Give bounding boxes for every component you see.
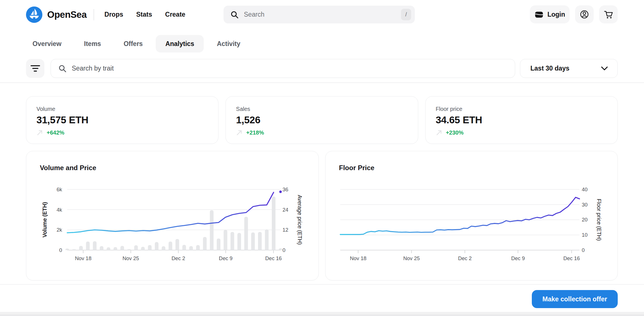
trait-search[interactable] xyxy=(51,59,515,78)
stat-value: 34.65 ETH xyxy=(436,114,607,126)
search-input[interactable] xyxy=(243,10,401,19)
tab-activity[interactable]: Activity xyxy=(217,40,240,48)
svg-text:Volume (ETH): Volume (ETH) xyxy=(42,202,48,238)
chart-title: Volume and Price xyxy=(40,164,96,172)
search-icon xyxy=(58,64,67,73)
stat-label: Sales xyxy=(236,106,407,112)
svg-text:Nov 18: Nov 18 xyxy=(75,255,92,261)
svg-text:6k: 6k xyxy=(57,186,62,192)
cart-button[interactable] xyxy=(599,5,618,23)
svg-text:Nov 25: Nov 25 xyxy=(403,255,420,261)
section-divider xyxy=(0,82,644,83)
time-range-value: Last 30 days xyxy=(530,65,601,72)
stat-label: Volume xyxy=(36,106,208,112)
svg-text:0: 0 xyxy=(59,247,62,253)
filter-lines-icon xyxy=(31,65,40,73)
tab-analytics[interactable]: Analytics xyxy=(156,35,204,52)
stat-change: +230% xyxy=(436,130,607,136)
svg-text:Dec 2: Dec 2 xyxy=(172,255,185,261)
bottom-strip xyxy=(0,312,644,316)
svg-text:Floor price (ETH): Floor price (ETH) xyxy=(596,199,602,241)
charts-row: 012243602k4k6kNov 18Nov 25Dec 2Dec 9Dec … xyxy=(26,151,618,280)
collection-tabs: Overview Items Offers Analytics Activity xyxy=(32,35,240,52)
user-circle-icon xyxy=(579,9,589,19)
svg-text:4k: 4k xyxy=(57,207,62,213)
arrow-up-right-icon xyxy=(36,130,43,136)
time-range-dropdown[interactable]: Last 30 days xyxy=(520,59,618,78)
tab-items[interactable]: Items xyxy=(84,40,101,48)
arrow-up-right-icon xyxy=(236,130,242,136)
filter-button[interactable] xyxy=(26,59,44,78)
svg-text:Dec 9: Dec 9 xyxy=(219,255,233,261)
svg-text:36: 36 xyxy=(283,186,289,192)
stat-change: +218% xyxy=(236,130,407,136)
stat-value: 31,575 ETH xyxy=(36,114,208,126)
wallet-icon xyxy=(534,10,544,19)
tab-offers[interactable]: Offers xyxy=(123,40,143,48)
global-search[interactable]: / xyxy=(224,6,415,23)
search-shortcut-key: / xyxy=(401,9,411,20)
svg-text:0: 0 xyxy=(582,247,584,253)
account-button[interactable] xyxy=(575,5,594,23)
svg-text:12: 12 xyxy=(283,227,289,233)
stat-change-pct: +642% xyxy=(47,130,64,136)
main-nav: Drops Stats Create xyxy=(105,11,185,18)
stat-change-pct: +218% xyxy=(246,130,264,136)
stat-label: Floor price xyxy=(436,106,607,112)
login-label: Login xyxy=(547,11,565,18)
header-actions: Login xyxy=(530,5,618,23)
volume-stat-card: Volume 31,575 ETH +642% xyxy=(26,96,218,144)
header-divider xyxy=(94,9,94,20)
arrow-up-right-icon xyxy=(436,130,442,136)
svg-text:Nov 25: Nov 25 xyxy=(122,255,139,261)
make-collection-offer-button[interactable]: Make collection offer xyxy=(532,290,618,308)
nav-link-stats[interactable]: Stats xyxy=(136,11,152,18)
stat-value: 1,526 xyxy=(236,114,407,126)
chevron-down-icon xyxy=(601,66,608,71)
svg-text:40: 40 xyxy=(582,186,587,192)
floor-price-chart-card: 010203040Nov 18Nov 25Dec 2Dec 9Dec 16Flo… xyxy=(325,151,618,280)
svg-text:Dec 2: Dec 2 xyxy=(458,255,471,261)
svg-text:30: 30 xyxy=(582,202,587,208)
shopping-cart-icon xyxy=(603,9,614,20)
footer-divider xyxy=(0,284,644,285)
top-nav: OpenSea Drops Stats Create / Login xyxy=(0,0,644,29)
trait-search-input[interactable] xyxy=(71,64,515,73)
svg-text:20: 20 xyxy=(582,217,587,223)
stat-change-pct: +230% xyxy=(446,130,464,136)
svg-text:Nov 18: Nov 18 xyxy=(350,255,367,261)
stats-row: Volume 31,575 ETH +642% Sales 1,526 +218… xyxy=(26,96,618,144)
chart-title: Floor Price xyxy=(339,164,374,172)
nav-link-drops[interactable]: Drops xyxy=(105,11,123,18)
svg-text:10: 10 xyxy=(582,232,587,238)
search-icon xyxy=(230,10,239,19)
svg-text:24: 24 xyxy=(283,207,289,213)
svg-text:2k: 2k xyxy=(57,227,62,233)
nav-link-create[interactable]: Create xyxy=(165,11,185,18)
tab-overview[interactable]: Overview xyxy=(32,40,61,48)
login-button[interactable]: Login xyxy=(530,5,570,23)
floor-price-stat-card: Floor price 34.65 ETH +230% xyxy=(425,96,618,144)
svg-text:Average price (ETH): Average price (ETH) xyxy=(297,195,303,245)
opensea-logo-icon[interactable] xyxy=(26,6,42,23)
opensea-analytics-page: OpenSea Drops Stats Create / Login xyxy=(0,0,644,316)
volume-price-chart-card: 012243602k4k6kNov 18Nov 25Dec 2Dec 9Dec … xyxy=(26,151,319,280)
svg-text:Dec 9: Dec 9 xyxy=(511,255,524,261)
sales-stat-card: Sales 1,526 +218% xyxy=(225,96,418,144)
svg-text:0: 0 xyxy=(283,247,285,253)
svg-text:Dec 16: Dec 16 xyxy=(265,255,282,261)
stat-change: +642% xyxy=(36,130,208,136)
brand-name[interactable]: OpenSea xyxy=(47,9,87,20)
svg-text:Dec 16: Dec 16 xyxy=(563,255,580,261)
